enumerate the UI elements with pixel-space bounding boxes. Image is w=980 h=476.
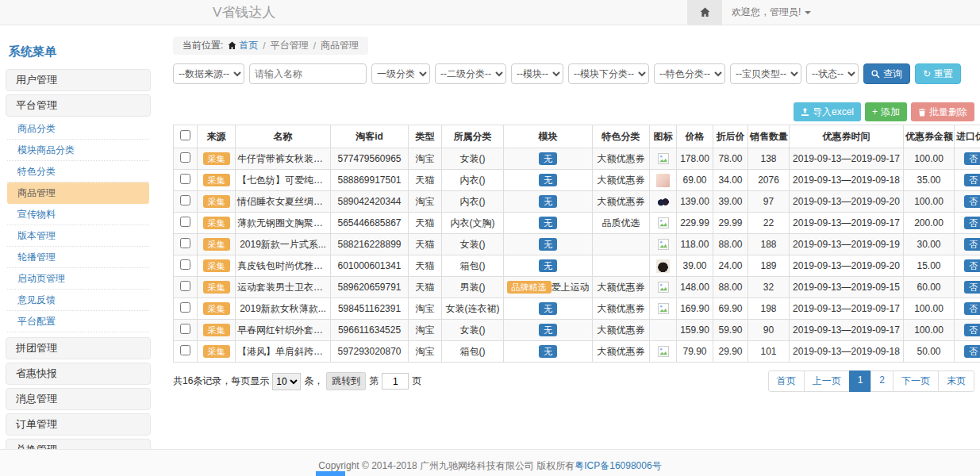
filter-select-二级分类[interactable]: --二级分类--	[435, 63, 506, 84]
sidebar-item-商品管理[interactable]: 商品管理	[7, 182, 149, 204]
table-row: 采集早春网红针织外套女春...596611634525淘宝女装()无大额优惠券1…	[174, 320, 980, 341]
navbar-home-button[interactable]	[687, 0, 722, 25]
imported-toggle[interactable]: 否	[964, 217, 980, 229]
module-badge[interactable]: 无	[539, 238, 557, 251]
reset-button[interactable]: ↻重置	[915, 63, 961, 84]
sales-count: 97	[748, 191, 790, 213]
plus-icon: +	[872, 106, 878, 117]
sidebar-item-平台配置[interactable]: 平台配置	[7, 311, 149, 332]
source-badge: 采集	[203, 152, 230, 165]
sidebar-item-宣传物料[interactable]: 宣传物料	[7, 204, 149, 225]
row-checkbox[interactable]	[180, 174, 190, 184]
pager-末页[interactable]: 末页	[938, 370, 974, 392]
imported-toggle[interactable]: 否	[964, 324, 980, 336]
product-type: 淘宝	[409, 148, 442, 170]
row-checkbox[interactable]	[180, 238, 190, 248]
sidebar-group-拼团管理[interactable]: 拼团管理	[6, 337, 151, 359]
pager-上一页[interactable]: 上一页	[804, 370, 850, 392]
breadcrumb-home-link[interactable]: 首页	[228, 39, 258, 52]
product-category: 男装()	[442, 277, 504, 298]
query-button[interactable]: 查询	[863, 63, 910, 84]
module-badge[interactable]: 品牌精选	[507, 281, 551, 294]
col-name: 名称	[236, 125, 331, 148]
module-badge[interactable]: 无	[539, 324, 557, 336]
row-checkbox[interactable]	[180, 152, 190, 163]
bottom-blue-strip	[316, 471, 345, 476]
page-number-input[interactable]	[382, 373, 409, 390]
jump-button[interactable]: 跳转到	[326, 372, 366, 390]
icp-link[interactable]: 粤ICP备16098006号	[575, 460, 661, 471]
module-badge[interactable]: 无	[539, 174, 557, 186]
filter-select-模块下分类[interactable]: --模块下分类--	[568, 63, 649, 84]
sidebar-item-商品分类[interactable]: 商品分类	[7, 118, 149, 140]
discount-price: 78.00	[713, 148, 748, 170]
pager-下一页[interactable]: 下一页	[893, 370, 939, 392]
module-badge[interactable]: 无	[539, 302, 557, 315]
jump-suffix: 页	[412, 374, 421, 388]
filter-select-一级分类[interactable]: 一级分类	[371, 63, 430, 84]
imported-toggle[interactable]: 否	[964, 238, 980, 251]
imported-toggle[interactable]: 否	[964, 152, 980, 165]
coupon-amount: 50.00	[904, 341, 955, 363]
sidebar-item-模块商品分类[interactable]: 模块商品分类	[7, 140, 149, 161]
module-badge[interactable]: 无	[539, 152, 557, 165]
filter-select-特色分类[interactable]: --特色分类--	[654, 63, 725, 84]
source-cell: 采集	[198, 298, 236, 320]
pager-首页[interactable]: 首页	[768, 370, 805, 392]
module-badge[interactable]: 无	[539, 217, 557, 229]
imported-toggle[interactable]: 否	[964, 195, 980, 208]
row-checkbox[interactable]	[180, 195, 190, 205]
batch-delete-button[interactable]: 批量删除	[911, 102, 974, 121]
row-checkbox[interactable]	[180, 302, 190, 313]
module-badge[interactable]: 无	[539, 259, 557, 272]
name-search-input[interactable]	[249, 63, 367, 84]
row-select-cell	[174, 234, 198, 255]
product-type: 天猫	[409, 277, 442, 298]
filter-select-模块[interactable]: --模块--	[511, 63, 563, 84]
per-page-select[interactable]: 10	[272, 373, 301, 390]
product-type: 淘宝	[409, 298, 442, 320]
filter-select-状态[interactable]: --状态--	[806, 63, 859, 84]
add-button[interactable]: + 添加	[865, 102, 907, 121]
broken-image-icon	[658, 303, 669, 314]
sidebar-group-省惠快报[interactable]: 省惠快报	[6, 363, 151, 385]
import-excel-button[interactable]: 导入excel	[794, 102, 861, 121]
imported-toggle[interactable]: 否	[964, 302, 980, 315]
sidebar-item-意见反馈[interactable]: 意见反馈	[7, 290, 149, 311]
row-checkbox[interactable]	[180, 217, 190, 227]
icon-cell	[650, 341, 677, 363]
sales-count: 198	[748, 298, 790, 320]
module-badge[interactable]: 无	[539, 195, 557, 208]
sidebar-group-消息管理[interactable]: 消息管理	[6, 388, 151, 410]
row-checkbox[interactable]	[180, 259, 190, 270]
row-checkbox[interactable]	[180, 324, 190, 334]
sidebar-group-用户管理[interactable]: 用户管理	[6, 69, 151, 91]
coupon-amount: 100.00	[904, 191, 955, 213]
row-checkbox[interactable]	[180, 345, 190, 355]
pager-2[interactable]: 2	[870, 370, 894, 392]
sidebar-group-订单管理[interactable]: 订单管理	[6, 413, 151, 436]
row-select-cell	[174, 170, 198, 191]
sidebar-group-平台管理[interactable]: 平台管理	[6, 94, 151, 117]
product-type: 天猫	[409, 255, 442, 277]
imported-toggle[interactable]: 否	[964, 259, 980, 272]
pager-1[interactable]: 1	[849, 370, 872, 392]
imported-cell: 否	[955, 320, 980, 341]
sidebar-item-版本管理[interactable]: 版本管理	[7, 225, 149, 247]
filter-select-数据来源[interactable]: --数据来源--	[173, 63, 244, 84]
sidebar-item-轮播管理[interactable]: 轮播管理	[7, 247, 149, 268]
sidebar-item-特色分类[interactable]: 特色分类	[7, 161, 149, 182]
imported-toggle[interactable]: 否	[964, 174, 980, 186]
row-checkbox[interactable]	[180, 281, 190, 291]
module-badge[interactable]: 无	[539, 345, 557, 358]
sales-count: 32	[748, 277, 790, 298]
user-menu[interactable]: 欢迎您，管理员!	[732, 0, 811, 25]
select-all-checkbox[interactable]	[180, 130, 190, 140]
coupon-time: 2019-09-13—2019-09-17	[790, 298, 904, 320]
sidebar-item-启动页管理[interactable]: 启动页管理	[7, 268, 149, 290]
source-cell: 采集	[198, 255, 236, 277]
imported-toggle[interactable]: 否	[964, 281, 980, 294]
sales-count: 188	[748, 234, 790, 255]
imported-toggle[interactable]: 否	[964, 345, 980, 358]
filter-select-宝贝类型[interactable]: --宝贝类型--	[730, 63, 801, 84]
